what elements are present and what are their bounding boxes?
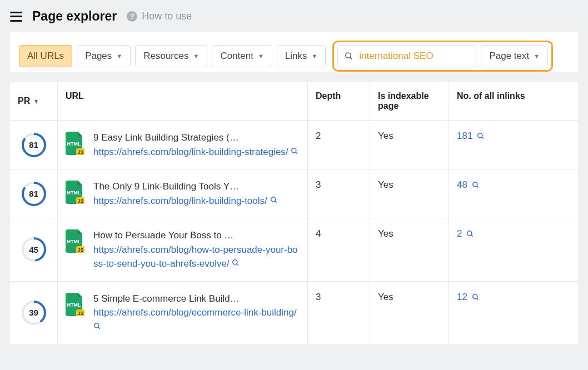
hamburger-menu-icon[interactable] [10, 12, 22, 22]
svg-line-20 [237, 264, 238, 266]
svg-text:HTML: HTML [67, 239, 81, 244]
html-file-icon: HTML JS [66, 181, 84, 207]
chevron-down-icon: ▼ [193, 53, 199, 59]
inlinks-link[interactable]: 48 [457, 179, 480, 191]
svg-point-7 [478, 133, 482, 138]
cell-inlinks: 48 [449, 169, 578, 218]
svg-line-29 [477, 298, 479, 299]
svg-point-12 [271, 197, 275, 201]
inlinks-link[interactable]: 12 [457, 292, 480, 303]
inspect-inlinks-icon[interactable] [466, 230, 474, 238]
svg-text:JS: JS [77, 149, 83, 155]
svg-text:HTML: HTML [67, 141, 81, 147]
inspect-url-icon[interactable] [291, 147, 298, 155]
cell-url: HTML JS 9 Easy Link Building Strategies … [58, 121, 308, 169]
col-header-url[interactable]: URL [58, 82, 308, 120]
svg-point-28 [473, 294, 477, 298]
inlinks-link[interactable]: 2 [457, 228, 474, 239]
cell-url: HTML JS The Only 9 Link-Building Tools Y… [58, 169, 308, 218]
cell-inlinks: 12 [449, 282, 578, 344]
filter-bar: All URLs Pages▼ Resources▼ Content▼ Link… [19, 41, 569, 72]
pr-badge: 81 [22, 133, 46, 157]
svg-point-5 [292, 148, 296, 152]
cell-pr: 39 [10, 282, 58, 344]
col-header-pr[interactable]: PR▼ [10, 82, 58, 120]
filter-page-text[interactable]: Page text▼ [481, 45, 548, 67]
sort-desc-icon: ▼ [33, 98, 39, 104]
svg-point-14 [473, 182, 477, 187]
svg-line-8 [482, 137, 484, 139]
table-row: 81 HTML JS 9 Easy Link Building Strategi… [10, 121, 578, 169]
svg-point-26 [94, 323, 99, 327]
svg-line-27 [98, 327, 100, 328]
pr-badge: 45 [22, 237, 46, 262]
pr-badge: 39 [22, 301, 46, 325]
cell-pr: 81 [10, 169, 58, 218]
svg-line-15 [477, 186, 479, 188]
cell-depth: 2 [308, 121, 370, 169]
page-title-text: 9 Easy Link Building Strategies (… [93, 131, 300, 145]
table-header: PR▼ URL Depth Is indexable page No. of a… [10, 82, 578, 121]
cell-indexable: Yes [370, 282, 449, 344]
cell-inlinks: 2 [449, 218, 578, 281]
page-url-link[interactable]: https://ahrefs.com/blog/link-building-to… [93, 196, 267, 206]
filter-links[interactable]: Links▼ [277, 45, 326, 67]
search-highlight-box: ✕ Page text▼ [332, 41, 553, 72]
search-input[interactable] [359, 51, 477, 62]
svg-text:JS: JS [77, 198, 83, 204]
results-table: PR▼ URL Depth Is indexable page No. of a… [10, 82, 578, 344]
svg-text:JS: JS [77, 311, 83, 316]
html-file-icon: HTML JS [66, 132, 84, 158]
page-title-text: 5 Simple E-commerce Link Build… [93, 292, 300, 306]
cell-inlinks: 181 [449, 121, 578, 169]
page-url-link[interactable]: https://ahrefs.com/blog/ecommerce-link-b… [93, 307, 297, 318]
svg-line-6 [296, 152, 297, 153]
inspect-inlinks-icon[interactable] [472, 181, 480, 189]
inspect-url-icon[interactable] [93, 322, 101, 330]
pr-badge: 81 [22, 182, 46, 206]
svg-text:HTML: HTML [67, 190, 81, 196]
html-file-icon: HTML JS [66, 229, 84, 256]
page-title-text: The Only 9 Link-Building Tools Y… [93, 179, 300, 194]
col-header-inlinks[interactable]: No. of all inlinks [449, 82, 578, 120]
page-url-link[interactable]: https://ahrefs.com/blog/link-building-st… [93, 147, 288, 157]
inspect-url-icon[interactable] [232, 259, 240, 267]
svg-line-22 [471, 235, 473, 237]
table-row: 81 HTML JS The Only 9 Link-Building Tool… [10, 169, 578, 218]
filter-all-urls[interactable]: All URLs [19, 45, 72, 67]
inspect-inlinks-icon[interactable] [472, 293, 480, 301]
cell-pr: 81 [10, 121, 58, 169]
help-icon: ? [127, 11, 137, 22]
cell-depth: 4 [308, 218, 370, 281]
cell-indexable: Yes [370, 121, 449, 169]
how-to-use-label: How to use [142, 11, 192, 22]
svg-text:HTML: HTML [67, 302, 81, 308]
cell-depth: 3 [308, 282, 370, 344]
cell-indexable: Yes [370, 218, 449, 281]
page-title-text: How to Persuade Your Boss to … [93, 228, 300, 243]
cell-pr: 45 [10, 218, 58, 281]
page-url-link[interactable]: https://ahrefs.com/blog/how-to-persuade-… [93, 244, 298, 269]
svg-text:JS: JS [77, 247, 83, 253]
inlinks-link[interactable]: 181 [457, 131, 485, 142]
col-header-indexable[interactable]: Is indexable page [370, 82, 449, 120]
cell-indexable: Yes [370, 169, 449, 218]
inspect-url-icon[interactable] [270, 196, 278, 204]
filter-resources[interactable]: Resources▼ [135, 45, 207, 67]
how-to-use-link[interactable]: ? How to use [127, 11, 192, 22]
chevron-down-icon: ▼ [534, 53, 540, 59]
cell-url: HTML JS How to Persuade Your Boss to … h… [58, 218, 308, 281]
table-row: 45 HTML JS How to Persuade Your Boss to … [10, 218, 578, 282]
chevron-down-icon: ▼ [312, 53, 318, 59]
chevron-down-icon: ▼ [116, 53, 122, 59]
col-header-depth[interactable]: Depth [308, 82, 370, 120]
table-row: 39 HTML JS 5 Simple E-commerce Link Buil… [10, 282, 578, 345]
svg-point-19 [233, 260, 237, 264]
svg-point-21 [467, 231, 472, 236]
cell-url: HTML JS 5 Simple E-commerce Link Build… … [58, 282, 308, 344]
search-icon [345, 52, 353, 61]
filter-content[interactable]: Content▼ [212, 45, 272, 67]
inspect-inlinks-icon[interactable] [477, 132, 485, 140]
search-box[interactable]: ✕ [337, 45, 476, 67]
filter-pages[interactable]: Pages▼ [77, 45, 131, 67]
